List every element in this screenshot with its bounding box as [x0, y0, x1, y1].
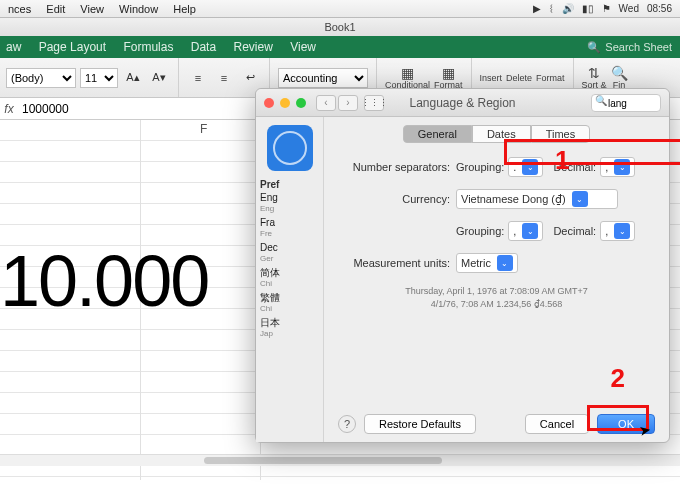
list-item[interactable]: 日本 [260, 317, 319, 328]
increase-font-icon[interactable]: A▴ [122, 67, 144, 89]
tab-times[interactable]: Times [531, 125, 591, 143]
help-button[interactable]: ? [338, 415, 356, 433]
list-item[interactable]: 简体 [260, 267, 319, 278]
tab-draw[interactable]: aw [6, 40, 21, 54]
sort-filter-button[interactable]: ⇅Sort & [582, 66, 607, 90]
chevron-down-icon: ⌄ [572, 191, 588, 207]
tab-data[interactable]: Data [191, 40, 216, 54]
measurement-label: Measurement units: [338, 257, 456, 269]
currency-label: Currency: [338, 193, 456, 205]
list-item-sub: Chi [260, 279, 319, 288]
dialog-titlebar: ‹ › ⋮⋮⋮ Language & Region 🔍 [256, 89, 669, 117]
format-cells-button[interactable]: Format [536, 73, 565, 83]
menu-view[interactable]: View [80, 3, 104, 15]
mac-menubar: nces Edit View Window Help ▶ ⧙ 🔊 ▮▯ ⚑ We… [0, 0, 680, 18]
volume-icon: 🔊 [562, 3, 574, 14]
tab-dates[interactable]: Dates [472, 125, 531, 143]
flag-icon: ⚑ [602, 3, 611, 14]
list-item-sub: Jap [260, 329, 319, 338]
annotation-marker-2: 2 [611, 363, 625, 394]
tab-formulas[interactable]: Formulas [123, 40, 173, 54]
font-size-select[interactable]: 11 [80, 68, 118, 88]
find-button[interactable]: 🔍Fin [611, 66, 628, 90]
chevron-down-icon: ⌄ [522, 223, 538, 239]
menu-window[interactable]: Window [119, 3, 158, 15]
menu-app[interactable]: nces [8, 3, 31, 15]
battery-icon: ▮▯ [582, 3, 594, 14]
list-item-sub: Eng [260, 204, 319, 213]
chevron-down-icon: ⌄ [497, 255, 513, 271]
wifi-icon: ⧙ [549, 3, 554, 14]
conditional-format-button[interactable]: ▦Conditional [385, 66, 430, 90]
window-titlebar: Book1 [0, 18, 680, 36]
wrap-text-icon[interactable]: ↩ [239, 67, 261, 89]
list-item[interactable]: Eng [260, 192, 319, 203]
align-left-icon[interactable]: ≡ [187, 67, 209, 89]
tab-view[interactable]: View [290, 40, 316, 54]
decrease-font-icon[interactable]: A▾ [148, 67, 170, 89]
currency-select[interactable]: Vietnamese Dong (₫)⌄ [456, 189, 618, 209]
list-item-sub: Chi [260, 304, 319, 313]
menu-help[interactable]: Help [173, 3, 196, 15]
chevron-down-icon: ⌄ [614, 223, 630, 239]
currency-grouping-select[interactable]: ,⌄ [508, 221, 543, 241]
tab-review[interactable]: Review [233, 40, 272, 54]
ribbon-search[interactable]: 🔍 Search Sheet [587, 41, 672, 54]
menu-edit[interactable]: Edit [46, 3, 65, 15]
active-cell-value: 10.000 [0, 240, 208, 322]
table-icon: ▦ [442, 66, 455, 80]
chevron-down-icon: ⌄ [614, 159, 630, 175]
search-placeholder: Search Sheet [605, 41, 672, 53]
column-header-f[interactable]: F [200, 122, 207, 136]
tab-general[interactable]: General [403, 125, 472, 143]
font-name-select[interactable]: (Body) [6, 68, 76, 88]
grouping-label: Grouping: [456, 161, 504, 173]
sort-icon: ⇅ [588, 66, 600, 80]
tab-page-layout[interactable]: Page Layout [39, 40, 106, 54]
ribbon-tabs: aw Page Layout Formulas Data Review View… [0, 36, 680, 58]
fx-label: fx [0, 102, 18, 116]
list-item[interactable]: Dec [260, 242, 319, 253]
insert-cells-button[interactable]: Insert [480, 73, 503, 83]
measurement-select[interactable]: Metric⌄ [456, 253, 518, 273]
currency-grouping-label: Grouping: [456, 225, 504, 237]
list-item[interactable]: 繁體 [260, 292, 319, 303]
document-title: Book1 [324, 21, 355, 33]
search-icon: 🔍 [587, 41, 601, 54]
number-separators-label: Number separators: [338, 161, 456, 173]
language-region-dialog: ‹ › ⋮⋮⋮ Language & Region 🔍 Pref EngEng … [255, 88, 670, 443]
cancel-button[interactable]: Cancel [525, 414, 589, 434]
menubar-time: 08:56 [647, 3, 672, 14]
globe-icon [267, 125, 313, 171]
formula-value[interactable]: 1000000 [18, 102, 69, 116]
dialog-content: General Dates Times Number separators: G… [324, 117, 669, 442]
grouping-select[interactable]: .⌄ [508, 157, 543, 177]
chevron-down-icon: ⌄ [522, 159, 538, 175]
cursor-icon: ➤ [638, 421, 653, 439]
annotation-marker-1: 1 [555, 145, 569, 176]
sample-preview: Thursday, April 1, 1976 at 7:08:09 AM GM… [338, 285, 655, 311]
list-item-sub: Fre [260, 229, 319, 238]
currency-decimal-label: Decimal: [553, 225, 596, 237]
preferred-languages-header: Pref [260, 179, 319, 190]
list-item[interactable]: Fra [260, 217, 319, 228]
conditional-icon: ▦ [401, 66, 414, 80]
search-icon: 🔍 [595, 95, 607, 106]
find-icon: 🔍 [611, 66, 628, 80]
currency-decimal-select[interactable]: ,⌄ [600, 221, 635, 241]
align-center-icon[interactable]: ≡ [213, 67, 235, 89]
format-as-table-button[interactable]: ▦Format [434, 66, 463, 90]
dialog-sidebar: Pref EngEng FraFre DecGer 简体Chi 繁體Chi 日本… [256, 117, 324, 442]
menubar-day: Wed [619, 3, 639, 14]
list-item-sub: Ger [260, 254, 319, 263]
decimal-select[interactable]: ,⌄ [600, 157, 635, 177]
horizontal-scrollbar[interactable] [0, 454, 680, 466]
number-format-select[interactable]: Accounting [278, 68, 368, 88]
delete-cells-button[interactable]: Delete [506, 73, 532, 83]
restore-defaults-button[interactable]: Restore Defaults [364, 414, 476, 434]
play-icon: ▶ [533, 3, 541, 14]
